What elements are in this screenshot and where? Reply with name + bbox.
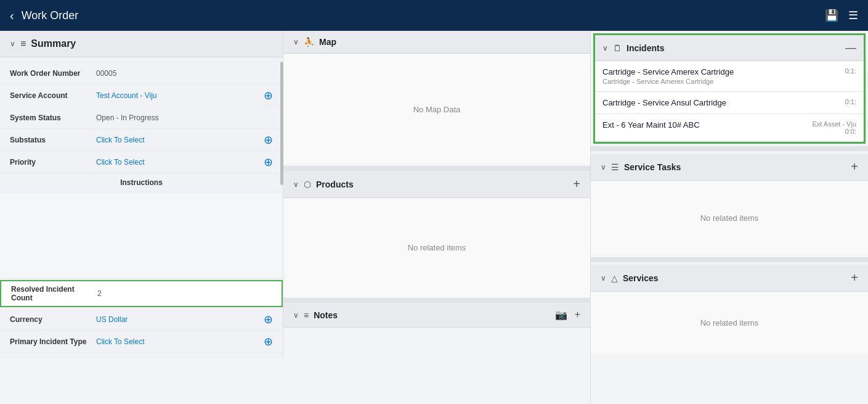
instructions-label: Instructions xyxy=(120,178,163,187)
summary-chevron[interactable]: ∨ xyxy=(10,39,15,48)
map-icon: ⛹ xyxy=(304,37,314,47)
summary-fields: Work Order Number 00005 Service Account … xyxy=(0,57,283,358)
incidents-chevron[interactable]: ∨ xyxy=(602,44,608,52)
map-chevron[interactable]: ∨ xyxy=(293,38,299,46)
services-add-button[interactable]: + xyxy=(851,271,858,285)
products-section-header: ∨ ⬡ Products + xyxy=(283,171,590,198)
field-substatus: Substatus Click To Select ⊕ xyxy=(0,129,283,151)
label-work-order-number: Work Order Number xyxy=(10,69,96,78)
value-resolved-incident-count: 2 xyxy=(97,289,272,298)
incident-item-2[interactable]: Cartridge - Service Ansul Cartridge 0:1: xyxy=(595,92,864,114)
services-no-items-text: No related items xyxy=(700,318,759,328)
incident-item-2-title: Cartridge - Service Ansul Cartridge xyxy=(602,98,726,107)
service-tasks-chevron[interactable]: ∨ xyxy=(601,163,606,171)
incidents-header-left: ∨ 🗒 Incidents xyxy=(602,43,664,53)
services-content: No related items xyxy=(591,292,868,353)
instructions-content-area xyxy=(0,192,283,279)
incidents-collapse-button[interactable]: — xyxy=(845,41,856,54)
map-section: ∨ ⛹ Map No Map Data xyxy=(283,31,590,165)
services-icon: △ xyxy=(611,273,618,283)
service-tasks-section: ∨ ☰ Service Tasks + No related items xyxy=(591,154,868,255)
notes-add-button[interactable]: + xyxy=(575,309,580,321)
incident-item-1-subtitle: Cartridge - Service Amerex Cartridge xyxy=(602,78,734,85)
add-primary-incident-button[interactable]: ⊕ xyxy=(264,335,273,348)
left-panel: ∨ ≡ Summary Work Order Number 00005 Serv… xyxy=(0,31,283,358)
label-substatus: Substatus xyxy=(10,136,96,144)
map-section-header: ∨ ⛹ Map xyxy=(283,31,590,54)
field-currency: Currency US Dollar ⊕ xyxy=(0,308,283,331)
products-icon: ⬡ xyxy=(304,179,311,189)
incidents-icon: 🗒 xyxy=(613,43,622,53)
notes-actions: 📷 + xyxy=(555,309,580,321)
services-title: Services xyxy=(623,273,659,283)
incident-item-3-title: Ext - 6 Year Maint 10# ABC xyxy=(602,120,700,130)
label-primary-incident-type: Primary Incident Type xyxy=(10,337,96,346)
notes-header-left: ∨ ≡ Notes xyxy=(293,310,338,320)
service-tasks-no-items-text: No related items xyxy=(700,213,759,223)
field-resolved-incident-count: Resolved Incident Count 2 xyxy=(0,280,283,307)
incident-item-3-meta: 0:0: xyxy=(845,128,856,135)
value-service-account[interactable]: Test Account - Viju xyxy=(96,91,259,100)
menu-icon[interactable]: ☰ xyxy=(848,9,858,22)
value-work-order-number: 00005 xyxy=(96,69,273,78)
right-panel: ∨ 🗒 Incidents — Cartridge - Service Amer… xyxy=(591,31,868,404)
services-chevron[interactable]: ∨ xyxy=(601,274,606,282)
save-icon[interactable]: 💾 xyxy=(825,9,838,22)
add-priority-button[interactable]: ⊕ xyxy=(264,155,273,169)
service-tasks-icon: ☰ xyxy=(611,162,619,172)
label-priority: Priority xyxy=(10,158,96,167)
right-divider-2 xyxy=(591,257,868,262)
service-tasks-content: No related items xyxy=(591,181,868,255)
map-no-data-text: No Map Data xyxy=(413,105,461,114)
add-substatus-button[interactable]: ⊕ xyxy=(264,133,273,147)
map-title: Map xyxy=(319,37,336,47)
label-system-status: System Status xyxy=(10,113,96,122)
incidents-section-header: ∨ 🗒 Incidents — xyxy=(595,35,864,61)
value-substatus[interactable]: Click To Select xyxy=(96,136,259,144)
service-tasks-add-button[interactable]: + xyxy=(851,160,858,174)
field-primary-incident-type: Primary Incident Type Click To Select ⊕ xyxy=(0,331,283,353)
back-button[interactable]: ‹ xyxy=(10,9,14,23)
notes-section: ∨ ≡ Notes 📷 + xyxy=(283,303,590,328)
incident-item-1-meta: 0:1: xyxy=(845,67,856,75)
map-header-left: ∨ ⛹ Map xyxy=(293,37,336,47)
field-service-account: Service Account Test Account - Viju ⊕ xyxy=(0,85,283,107)
instructions-row: Instructions xyxy=(0,173,283,192)
service-tasks-header: ∨ ☰ Service Tasks + xyxy=(591,154,868,181)
value-currency[interactable]: US Dollar xyxy=(96,315,259,324)
value-system-status: Open - In Progress xyxy=(96,113,273,122)
incident-item-3-asset: Ext Asset - Vju xyxy=(812,120,856,128)
label-resolved-incident-count: Resolved Incident Count xyxy=(11,285,97,302)
service-tasks-header-left: ∨ ☰ Service Tasks xyxy=(601,162,681,172)
notes-chevron[interactable]: ∨ xyxy=(293,311,299,319)
add-service-account-button[interactable]: ⊕ xyxy=(264,89,273,102)
notes-icon: ≡ xyxy=(304,310,309,320)
page-title: Work Order xyxy=(22,9,79,22)
products-chevron[interactable]: ∨ xyxy=(293,180,299,189)
right-divider-1 xyxy=(591,146,868,151)
incident-item-2-row: Cartridge - Service Ansul Cartridge 0:1: xyxy=(602,98,856,107)
products-add-button[interactable]: + xyxy=(573,177,580,191)
incident-item-1-content: Cartridge - Service Amerex Cartridge Car… xyxy=(602,67,734,85)
incident-item-1[interactable]: Cartridge - Service Amerex Cartridge Car… xyxy=(595,61,864,92)
products-section: ∨ ⬡ Products + No related items xyxy=(283,171,590,297)
value-priority[interactable]: Click To Select xyxy=(96,158,259,167)
label-currency: Currency xyxy=(10,315,96,324)
summary-icon: ≡ xyxy=(20,38,26,49)
add-currency-button[interactable]: ⊕ xyxy=(264,313,273,326)
products-content: No related items xyxy=(283,198,590,297)
incident-item-1-row: Cartridge - Service Amerex Cartridge Car… xyxy=(602,67,856,85)
app-header: ‹ Work Order 💾 ☰ xyxy=(0,0,868,31)
middle-divider-2 xyxy=(283,298,590,303)
incidents-title: Incidents xyxy=(627,43,664,53)
incident-item-3[interactable]: Ext - 6 Year Maint 10# ABC Ext Asset - V… xyxy=(595,114,864,142)
incident-item-1-title: Cartridge - Service Amerex Cartridge xyxy=(602,67,734,76)
incident-item-3-right: Ext Asset - Vju 0:0: xyxy=(812,120,856,135)
notes-camera-icon[interactable]: 📷 xyxy=(555,309,567,321)
summary-title: Summary xyxy=(31,38,76,49)
incident-item-3-content: Ext - 6 Year Maint 10# ABC xyxy=(602,120,700,130)
services-header-left: ∨ △ Services xyxy=(601,273,659,283)
value-primary-incident-type[interactable]: Click To Select xyxy=(96,337,259,346)
incidents-section: ∨ 🗒 Incidents — Cartridge - Service Amer… xyxy=(593,33,866,144)
header-right: 💾 ☰ xyxy=(825,9,858,22)
